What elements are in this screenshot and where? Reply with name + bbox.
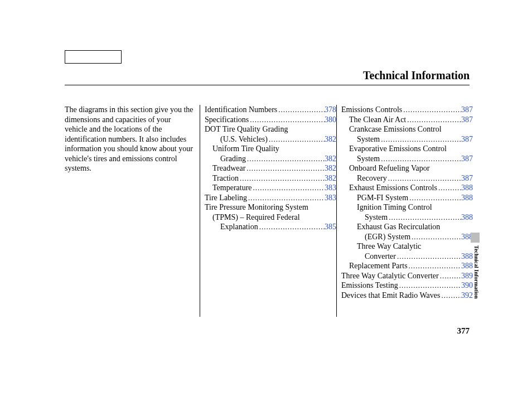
toc-label: Emissions Controls (341, 105, 402, 115)
toc-label: System (365, 213, 388, 223)
column-divider-1 (200, 105, 200, 317)
toc-page-link[interactable]: 382 (325, 134, 336, 144)
content-area: The diagrams in this section give you th… (65, 105, 473, 317)
toc-dots: ........................................… (277, 105, 325, 114)
toc-entry[interactable]: PGM-FI System...........................… (341, 193, 473, 203)
toc-page-link[interactable]: 387 (461, 173, 473, 183)
toc-dots: ........................................… (406, 115, 461, 124)
toc-dots: ........................................… (380, 154, 461, 163)
toc-page-link[interactable]: 382 (325, 173, 336, 183)
toc-entry: Tire Pressure Monitoring System (205, 202, 336, 213)
toc-label: The Clean Air Act (349, 115, 406, 125)
toc-dots: ........................................… (410, 233, 461, 242)
toc-entry: Uniform Tire Quality (205, 144, 336, 154)
toc-entry[interactable]: (EGR) System............................… (341, 232, 473, 242)
toc-entry[interactable]: System..................................… (341, 213, 473, 223)
toc-entry: Ignition Timing Control (341, 202, 473, 213)
toc-dots: ........................................… (268, 135, 325, 144)
toc-label: Exhaust Emissions Controls (349, 183, 437, 193)
toc-label: Treadwear (212, 163, 245, 173)
toc-page-link[interactable]: 388 (461, 183, 473, 193)
toc-entry[interactable]: Grading.................................… (205, 154, 336, 164)
toc-entry: Evaporative Emissions Control (341, 144, 473, 154)
toc-entry[interactable]: Recovery................................… (341, 173, 473, 183)
toc-page-link[interactable]: 382 (325, 154, 336, 164)
toc-page-link[interactable]: 388 (461, 213, 473, 223)
toc-entry[interactable]: System..................................… (341, 134, 473, 144)
toc-entry: Exhaust Gas Recirculation (341, 222, 473, 232)
toc-page-link[interactable]: 378 (325, 105, 336, 115)
page-number: 377 (457, 326, 470, 336)
toc-dots: ........................................… (402, 105, 461, 114)
toc-entry[interactable]: The Clean Air Act.......................… (341, 115, 473, 125)
toc-dots: ........................................… (239, 174, 325, 183)
toc-label: Traction (212, 173, 239, 183)
toc-entry: Onboard Refueling Vapor (341, 163, 473, 173)
toc-entry[interactable]: Replacement Parts.......................… (341, 261, 473, 271)
toc-dots: ........................................… (388, 213, 461, 222)
toc-entry[interactable]: Temperature.............................… (205, 183, 336, 193)
toc-dots: ........................................… (380, 135, 461, 144)
toc-page-link[interactable]: 387 (461, 105, 473, 115)
toc-label: Explanation (220, 222, 258, 232)
toc-entry[interactable]: Emissions Testing.......................… (341, 281, 473, 291)
toc-entry[interactable]: Devices that Emit Radio Waves...........… (341, 291, 473, 301)
toc-label: System (357, 134, 380, 144)
toc-dots: ........................................… (252, 183, 325, 192)
toc-entry: Crankcase Emissions Control (341, 124, 473, 134)
toc-page-link[interactable]: 380 (325, 115, 336, 125)
toc-label: (U.S. Vehicles) (220, 134, 268, 144)
toc-dots: ........................................… (408, 262, 461, 271)
toc-entry[interactable]: Treadwear...............................… (205, 163, 336, 173)
toc-entry[interactable]: Traction................................… (205, 173, 336, 183)
title-rule (65, 85, 470, 85)
toc-entry[interactable]: Identification Numbers..................… (205, 105, 336, 115)
toc-dots: ........................................… (398, 281, 461, 290)
toc-label: Emissions Testing (341, 281, 398, 291)
toc-entry[interactable]: System..................................… (341, 154, 473, 164)
toc-dots: ........................................… (258, 223, 325, 231)
toc-dots: ........................................… (247, 194, 325, 202)
toc-page-link[interactable]: 387 (461, 134, 473, 144)
toc-label: Tire Labeling (205, 193, 247, 203)
toc-dots: ........................................… (408, 194, 461, 202)
toc-entry[interactable]: Explanation.............................… (205, 222, 336, 232)
toc-entry[interactable]: Specifications..........................… (205, 115, 336, 125)
toc-entry[interactable]: (U.S. Vehicles).........................… (205, 134, 336, 144)
toc-dots: ........................................… (396, 252, 461, 261)
toc-label: Three Way Catalytic Converter (341, 271, 439, 281)
toc-dots: ........................................… (437, 183, 461, 192)
page-title: Technical Information (363, 69, 470, 82)
toc-entry[interactable]: Converter...............................… (341, 252, 473, 262)
toc-dots: ........................................… (245, 164, 325, 173)
toc-label: Specifications (205, 115, 249, 125)
toc-label: (EGR) System (365, 232, 410, 242)
toc-page-link[interactable]: 382 (325, 163, 336, 173)
toc-dots: ........................................… (439, 272, 461, 281)
header-box (65, 50, 122, 64)
toc-entry[interactable]: Three Way Catalytic Converter...........… (341, 271, 473, 281)
toc-label: System (357, 154, 380, 164)
toc-page-link[interactable]: 383 (325, 193, 336, 203)
toc-page-link[interactable]: 383 (325, 183, 336, 193)
side-tab (471, 233, 480, 243)
toc-label: Temperature (212, 183, 252, 193)
toc-entry[interactable]: Exhaust Emissions Controls..............… (341, 183, 473, 193)
toc-label: Identification Numbers (205, 105, 277, 115)
toc-column-1: Identification Numbers..................… (205, 105, 336, 317)
toc-label: Recovery (357, 173, 387, 183)
toc-entry[interactable]: Emissions Controls......................… (341, 105, 473, 115)
column-divider-2 (336, 105, 337, 317)
toc-page-link[interactable]: 388 (461, 193, 473, 203)
toc-entry[interactable]: Tire Labeling...........................… (205, 193, 336, 203)
toc-dots: ........................................… (440, 291, 461, 300)
toc-page-link[interactable]: 387 (461, 115, 473, 125)
toc-entry: Three Way Catalytic (341, 242, 473, 252)
toc-page-link[interactable]: 387 (461, 154, 473, 164)
toc-label: Replacement Parts (349, 261, 408, 271)
toc-entry: DOT Tire Quality Grading (205, 124, 336, 134)
side-section-label: Technical Information (471, 245, 480, 318)
toc-page-link[interactable]: 385 (325, 222, 336, 232)
toc-dots: ........................................… (246, 154, 325, 163)
toc-entry: (TPMS) – Required Federal (205, 213, 336, 223)
